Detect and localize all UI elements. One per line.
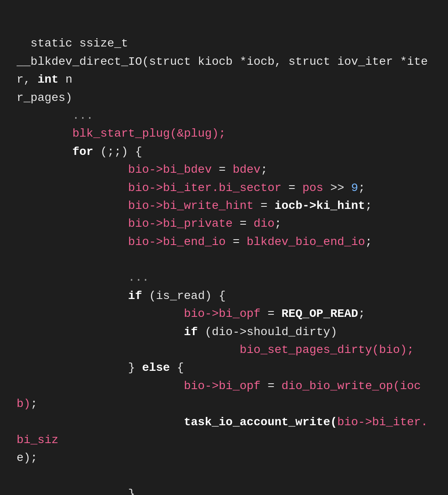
code-semi-6: ; xyxy=(358,307,365,320)
code-line-bi-iter: bio->bi_iter.bi_sector xyxy=(17,181,282,194)
code-if2-cond: (dio->should_dirty) xyxy=(198,326,337,338)
code-assign-3: = xyxy=(253,199,274,212)
code-semi-1: ; xyxy=(261,163,268,176)
code-assign-5: = xyxy=(226,235,246,248)
code-line-bi-end-io: bio->bi_end_io xyxy=(17,235,226,248)
code-blkdev-bio-end-io: blkdev_bio_end_io xyxy=(247,235,365,248)
code-keyword-int: int xyxy=(37,73,58,86)
code-assign-4: = xyxy=(233,217,253,230)
code-assign-7: = xyxy=(261,380,281,392)
code-assign-1: = xyxy=(212,163,232,176)
code-iocb-ki-hint: iocb->ki_hint xyxy=(275,199,365,212)
code-else-brace: { xyxy=(170,361,184,374)
code-line-bi-bdev: bio->bi_bdev xyxy=(17,163,212,176)
code-line-2c: r_pages) xyxy=(17,91,72,104)
code-line-bi-opf-read: bio->bi_opf xyxy=(17,307,261,320)
code-bdev-val: bdev xyxy=(233,163,261,176)
code-else: } xyxy=(17,361,142,374)
code-semi-7: ; xyxy=(31,397,38,410)
code-close-brace-1: } xyxy=(17,488,135,495)
code-semi-3: ; xyxy=(365,199,372,212)
code-line-bi-private: bio->bi_private xyxy=(17,217,233,230)
code-line-1: static ssize_t xyxy=(31,37,128,50)
code-req-op-read: REQ_OP_READ xyxy=(282,307,358,320)
code-task-io: task_io_account_write( xyxy=(17,416,337,429)
code-if-cond: (is_read) { xyxy=(142,289,226,302)
code-assign-2: = xyxy=(282,181,302,194)
code-if2-keyword: if xyxy=(17,326,198,338)
code-assign-6: = xyxy=(261,307,281,320)
code-number-9: 9 xyxy=(351,181,358,194)
code-line-2: __blkdev_direct_IO(struct kiocb *iocb, s… xyxy=(17,55,428,86)
code-shift: >> xyxy=(323,181,351,194)
code-line-bi-write-hint: bio->bi_write_hint xyxy=(17,199,253,212)
code-semi-5: ; xyxy=(365,235,372,248)
code-dio: dio xyxy=(253,217,274,230)
code-if-keyword: if xyxy=(17,289,142,302)
code-line-for2: (;;) { xyxy=(93,145,142,158)
code-pos: pos xyxy=(302,181,323,194)
code-e-semi: e); xyxy=(17,451,37,464)
code-container: static ssize_t __blkdev_direct_IO(struct… xyxy=(17,17,431,495)
code-ellipsis-1: ... xyxy=(17,109,93,122)
code-line-for: for xyxy=(17,145,93,158)
code-else-keyword: else xyxy=(142,361,170,374)
code-ellipsis-2: ... xyxy=(17,271,149,284)
code-line-2b: n xyxy=(58,73,73,86)
code-semi-4: ; xyxy=(275,217,282,230)
code-bio-set-pages: bio_set_pages_dirty(bio); xyxy=(17,343,414,356)
code-semi-2: ; xyxy=(358,181,365,194)
code-line-bi-opf-write: bio->bi_opf xyxy=(17,380,261,392)
code-line-blk-start: blk_start_plug(&plug); xyxy=(17,127,226,140)
